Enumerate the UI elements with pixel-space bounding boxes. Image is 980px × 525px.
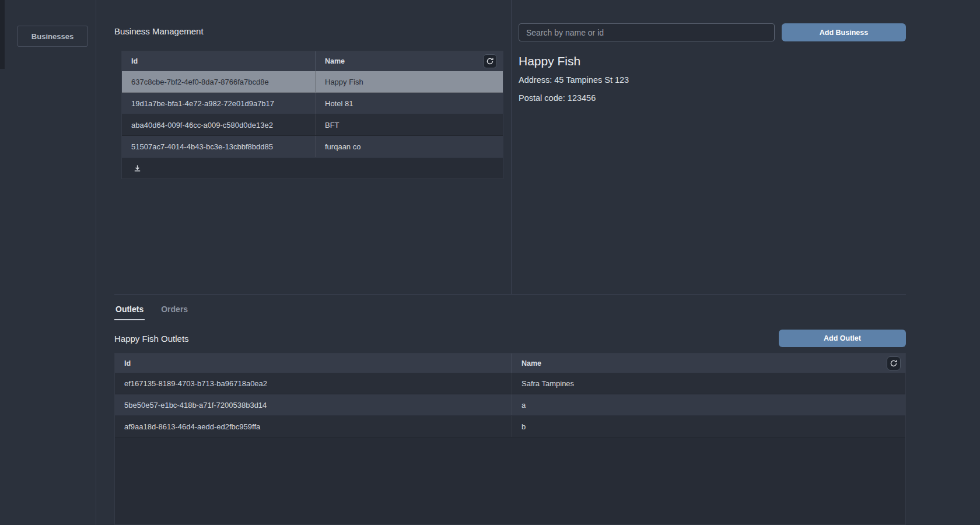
row-id: 51507ac7-4014-4b43-bc3e-13cbbf8bdd85 [122,136,315,157]
row-id: aba40d64-009f-46cc-a009-c580d0de13e2 [122,114,315,135]
table-row[interactable]: 51507ac7-4014-4b43-bc3e-13cbbf8bdd85furq… [122,136,503,158]
business-postal-code: Postal code: 123456 [519,93,906,103]
table-row[interactable]: af9aa18d-8613-46d4-aedd-ed2fbc959ffab [115,416,905,438]
table-row[interactable]: 5be50e57-e1bc-418b-a71f-7200538b3d14a [115,394,905,416]
businesses-table-body: 637c8cbe-7bf2-4ef0-8da7-8766fa7bcd8eHapp… [122,71,503,158]
page-title: Business Management [114,26,511,36]
businesses-table-header: Id Name [122,51,503,71]
business-name: Happy Fish [519,54,906,68]
search-row: Add Business [519,23,906,41]
row-id: ef167135-8189-4703-b713-ba96718a0ea2 [115,373,512,394]
tab-orders[interactable]: Orders [160,304,189,320]
row-id: af9aa18d-8613-46d4-aedd-ed2fbc959ffa [115,416,512,437]
tab-outlets[interactable]: Outlets [114,304,145,320]
refresh-icon [890,359,898,368]
row-name: BFT [315,114,503,135]
add-outlet-button[interactable]: Add Outlet [779,330,906,347]
row-name: furqaan co [315,136,503,157]
outlets-title: Happy Fish Outlets [114,334,189,344]
row-name: a [512,394,905,415]
detail-tabs: Outlets Orders [114,304,906,320]
table-row[interactable]: 637c8cbe-7bf2-4ef0-8da7-8766fa7bcd8eHapp… [122,71,503,93]
row-id: 19d1a7be-bfa1-4e72-a982-72e01d9a7b17 [122,93,315,114]
business-address: Address: 45 Tampines St 123 [519,75,906,85]
businesses-table-footer [122,158,503,178]
column-header-name: Name [512,354,905,373]
row-name: Safra Tampines [512,373,905,394]
row-name: Hotel 81 [315,93,503,114]
outlets-table: Id Name ef167135-8189-4703-b713-ba96718a… [114,353,906,525]
refresh-icon [486,57,494,65]
row-name: b [512,416,905,437]
outlets-table-body: ef167135-8189-4703-b713-ba96718a0ea2Safr… [115,373,905,524]
download-businesses-button[interactable] [130,162,144,176]
refresh-businesses-button[interactable] [483,54,497,68]
business-management-section: Business Management Id Name 637c8c [114,0,906,295]
refresh-outlets-button[interactable] [887,356,901,370]
search-input[interactable] [519,23,775,41]
outlets-table-header: Id Name [115,354,905,373]
sidebar: Businesses [0,0,96,525]
column-header-id: Id [122,51,315,71]
business-detail-panel: Add Business Happy Fish Address: 45 Tamp… [511,0,906,294]
column-header-id: Id [115,354,512,373]
businesses-table: Id Name 637c8cbe-7bf2-4ef0-8da7-8766fa7b… [121,51,503,179]
row-id: 637c8cbe-7bf2-4ef0-8da7-8766fa7bcd8e [122,71,315,92]
sidebar-item-businesses[interactable]: Businesses [18,26,88,47]
sidebar-item-label: Businesses [32,32,74,41]
outlets-header: Happy Fish Outlets Add Outlet [114,330,906,347]
download-icon [133,164,142,173]
row-id: 5be50e57-e1bc-418b-a71f-7200538b3d14 [115,394,512,415]
main-content: Business Management Id Name 637c8c [97,0,980,525]
businesses-panel: Business Management Id Name 637c8c [114,0,511,294]
business-details: Happy Fish Address: 45 Tampines St 123 P… [519,54,906,103]
table-row[interactable]: ef167135-8189-4703-b713-ba96718a0ea2Safr… [115,373,905,394]
add-business-button[interactable]: Add Business [782,23,906,41]
table-row[interactable]: aba40d64-009f-46cc-a009-c580d0de13e2BFT [122,114,503,136]
column-header-name: Name [315,51,503,71]
row-name: Happy Fish [315,71,503,92]
table-row[interactable]: 19d1a7be-bfa1-4e72-a982-72e01d9a7b17Hote… [122,93,503,114]
